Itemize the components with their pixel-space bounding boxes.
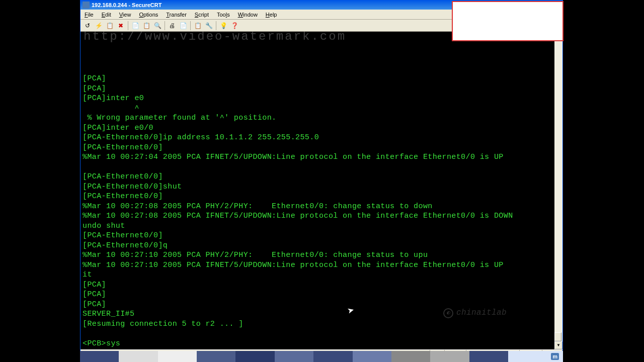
- paste-button[interactable]: 📋: [141, 21, 151, 31]
- menu-tools[interactable]: Tools: [213, 11, 234, 19]
- terminal-line: [PCA]inter e0/0: [83, 123, 552, 133]
- find-button[interactable]: 🔍: [152, 21, 163, 31]
- terminal-line: [PCA-Ethernet0/0]: [83, 143, 552, 153]
- properties-button[interactable]: 📋: [193, 21, 203, 31]
- terminal-line: [PCA]: [83, 84, 552, 94]
- system-tray[interactable]: m: [547, 351, 563, 362]
- toolbar-separator: [165, 21, 165, 30]
- terminal-line: [PCA]: [83, 300, 552, 310]
- terminal-line: [PCA]: [83, 290, 552, 300]
- terminal-line: [83, 162, 552, 172]
- overlay-ad-box: [452, 1, 564, 41]
- terminal-line: <PCB>sys: [83, 339, 552, 349]
- terminal-line: [PCA-Ethernet0/0]: [83, 172, 552, 182]
- terminal-line: %Mar 10 00:27:10 2005 PCA IFNET/5/UPDOWN…: [83, 260, 552, 270]
- watermark-url: http://www.video-watermark.com: [84, 32, 346, 42]
- toolbar-separator: [216, 21, 216, 30]
- taskbar-pixelated-area: [80, 351, 547, 362]
- options-button[interactable]: 🔧: [204, 21, 214, 31]
- terminal-line: ^: [83, 104, 552, 114]
- desktop: 192.168.0.244 - SecureCRT File Edit View…: [0, 0, 644, 362]
- terminal-line: %Mar 10 00:27:04 2005 PCA IFNET/5/UPDOWN…: [83, 152, 552, 162]
- terminal-line: System View: return to User View with Ct…: [83, 348, 552, 349]
- copy-button[interactable]: 📄: [130, 21, 140, 31]
- terminal-line: [PCA]: [83, 74, 552, 84]
- terminal-line: [PCA-Ethernet0/0]: [83, 231, 552, 241]
- terminal-line: undo shut: [83, 221, 552, 231]
- quick-connect-button[interactable]: ⚡: [94, 21, 104, 31]
- terminal-line: % Wrong parameter found at '^' position.: [83, 113, 552, 123]
- menu-edit[interactable]: Edit: [98, 11, 115, 19]
- menu-transfer[interactable]: Transfer: [162, 11, 191, 19]
- securecrt-window: 192.168.0.244 - SecureCRT File Edit View…: [80, 0, 563, 351]
- tips-button[interactable]: 💡: [218, 21, 228, 31]
- print-button[interactable]: 🖨: [167, 21, 177, 31]
- terminal-line: %Mar 10 00:27:10 2005 PCA PHY/2/PHY: Eth…: [83, 250, 552, 260]
- toolbar-separator: [128, 21, 128, 30]
- menu-window[interactable]: Window: [234, 11, 262, 19]
- scroll-track[interactable]: [554, 40, 562, 341]
- help-button[interactable]: ❓: [229, 21, 239, 31]
- terminal-line: %Mar 10 00:27:08 2005 PCA IFNET/5/UPDOWN…: [83, 211, 552, 221]
- terminal-line: [PCA]: [83, 280, 552, 290]
- app-icon: [83, 2, 90, 9]
- menu-script[interactable]: Script: [191, 11, 213, 19]
- terminal-output[interactable]: [PCA][PCA][PCA]inter e0 ^ % Wrong parame…: [80, 32, 554, 349]
- connect-button[interactable]: 📋: [105, 21, 115, 31]
- terminal-line: [PCA-Ethernet0/0]: [83, 192, 552, 202]
- scroll-thumb[interactable]: [554, 332, 561, 341]
- tray-icon[interactable]: m: [551, 353, 559, 360]
- vertical-scrollbar[interactable]: ▲ ▼: [554, 32, 562, 349]
- taskbar: m: [80, 351, 563, 362]
- window-title: 192.168.0.244 - SecureCRT: [92, 2, 162, 8]
- disconnect-button[interactable]: ✖: [116, 21, 126, 31]
- terminal-line: [PCA-Ethernet0/0]q: [83, 241, 552, 251]
- terminal-line: SERVER_II#5: [83, 309, 552, 319]
- menu-view[interactable]: View: [115, 11, 135, 19]
- scroll-down-button[interactable]: ▼: [554, 341, 562, 349]
- menu-file[interactable]: File: [80, 11, 98, 19]
- terminal-line: [PCA-Ethernet0/0]shut: [83, 182, 552, 192]
- terminal-line: [PCA-Ethernet0/0]ip address 10.1.1.2 255…: [83, 133, 552, 143]
- terminal-line: %Mar 10 00:27:08 2005 PCA PHY/2/PHY: Eth…: [83, 202, 552, 212]
- menu-options[interactable]: Options: [135, 11, 162, 19]
- terminal-line: [PCA]inter e0: [83, 94, 552, 104]
- terminal-container: [PCA][PCA][PCA]inter e0 ^ % Wrong parame…: [80, 32, 562, 349]
- log-button[interactable]: 📄: [178, 21, 188, 31]
- terminal-line: it: [83, 270, 552, 280]
- menu-help[interactable]: Help: [262, 11, 281, 19]
- toolbar-separator: [190, 21, 191, 30]
- reconnect-button[interactable]: ↺: [83, 21, 93, 31]
- terminal-line: [Resuming connection 5 to r2 ... ]: [83, 319, 552, 329]
- terminal-line: [83, 329, 552, 339]
